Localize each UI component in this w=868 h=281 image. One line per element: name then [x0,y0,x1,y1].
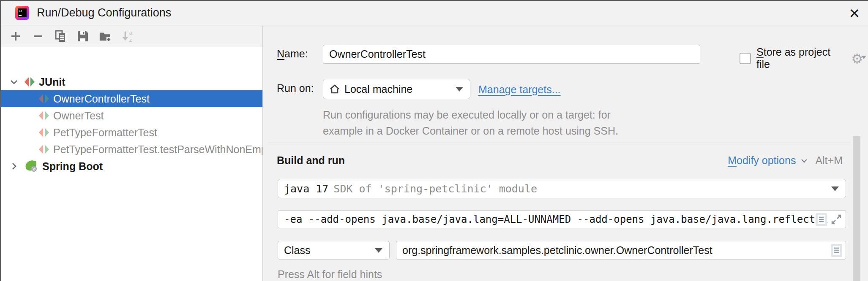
configuration-editor: Name: OwnerControllerTest Store as proje… [263,26,868,281]
modify-options-shortcut: Alt+M [815,154,843,167]
gear-dropdown-caret [861,56,866,59]
tree-item-testparsewithnonempty[interactable]: PetTypeFormatterTest.testParseWithNonEmp… [1,141,262,158]
class-name-value: org.springframework.samples.petclinic.ow… [402,244,712,257]
vm-options-input[interactable]: -ea --add-opens java.base/java.lang=ALL-… [278,210,846,228]
chevron-down-icon[interactable] [8,76,19,87]
svg-text:z: z [129,37,132,43]
tree-item-pettypeformattertest[interactable]: PetTypeFormatterTest [1,124,262,141]
tree-item-label: PetTypeFormatterTest.testParseWithNonEmp… [53,143,262,156]
junit-icon [39,144,49,155]
svg-text:a: a [129,30,133,36]
jre-description: SDK of 'spring-petclinic' module [333,183,537,195]
remove-configuration-button[interactable] [32,30,44,43]
class-browse-icon[interactable] [831,244,842,257]
tree-group-junit[interactable]: JUnit [1,73,262,90]
close-icon[interactable]: ✕ [847,6,862,21]
modify-options-row: Modify options Alt+M [728,154,843,167]
name-label: Name: [277,48,308,60]
dropdown-caret-icon [831,186,839,191]
tree-item-ownercontrollertest[interactable]: OwnerControllerTest [1,90,262,107]
dropdown-caret-icon [375,248,382,253]
home-icon [329,84,340,95]
intellij-logo-text: IJ [19,9,22,13]
tree-item-ownertest[interactable]: OwnerTest [1,107,262,124]
spring-boot-icon [25,160,38,173]
section-separator [267,143,851,143]
test-kind-value: Class [284,244,311,257]
copy-configuration-button[interactable] [54,30,67,43]
chevron-right-icon[interactable] [8,161,19,172]
run-on-select[interactable]: Local machine [323,79,470,99]
field-hints-text: Press Alt for field hints [278,268,382,281]
junit-icon [39,110,49,121]
junit-icon [39,127,49,138]
junit-icon [39,93,49,104]
manage-targets-link[interactable]: Manage targets... [478,84,561,96]
new-folder-button[interactable] [99,30,112,43]
test-kind-select[interactable]: Class [278,241,390,259]
name-input[interactable]: OwnerControllerTest [323,45,700,64]
tree-group-label: JUnit [39,76,66,88]
add-configuration-button[interactable] [9,30,22,43]
save-configuration-button[interactable] [76,30,89,43]
jre-value: java 17 [284,183,328,195]
class-name-input[interactable]: org.springframework.samples.petclinic.ow… [396,241,846,259]
vm-options-value: -ea --add-opens java.base/java.lang=ALL-… [284,213,827,225]
modify-options-link[interactable]: Modify options [728,154,796,167]
run-debug-configurations-dialog: IJ Run/Debug Configurations ✕ [0,0,868,281]
vm-options-list-icon[interactable] [816,213,827,226]
name-value: OwnerControllerTest [329,48,426,60]
intellij-logo-icon: IJ [15,6,29,20]
tree-item-label: OwnerControllerTest [53,93,150,105]
build-and-run-heading: Build and run [277,154,345,167]
run-on-value: Local machine [344,83,412,95]
vertical-scrollbar[interactable] [853,136,860,281]
configurations-toolbar: a z [1,26,262,47]
run-on-description: Run configurations may be executed local… [323,107,618,139]
tree-item-label: PetTypeFormatterTest [53,127,157,139]
dropdown-caret-icon [456,87,463,92]
jre-select[interactable]: java 17 SDK of 'spring-petclinic' module [278,179,846,198]
run-on-label: Run on: [277,82,314,95]
expand-field-icon[interactable] [830,213,842,225]
store-as-project-file-row: Store as project file ⚙ [740,46,868,70]
store-as-project-file-label: Store as project file [756,46,846,70]
junit-icon [25,76,35,87]
chevron-down-icon [800,157,808,165]
store-as-project-file-checkbox[interactable] [740,53,751,64]
configurations-panel: a z JUnit OwnerControllerTest [1,26,263,281]
dialog-title: Run/Debug Configurations [37,6,171,19]
sort-alphabetically-icon: a z [121,30,134,43]
configurations-tree: JUnit OwnerControllerTest OwnerTest PetT… [1,49,262,281]
tree-group-spring-boot[interactable]: Spring Boot [1,158,262,175]
tree-item-label: OwnerTest [53,110,104,122]
tree-group-label: Spring Boot [42,160,103,173]
title-bar: IJ Run/Debug Configurations ✕ [1,1,868,25]
